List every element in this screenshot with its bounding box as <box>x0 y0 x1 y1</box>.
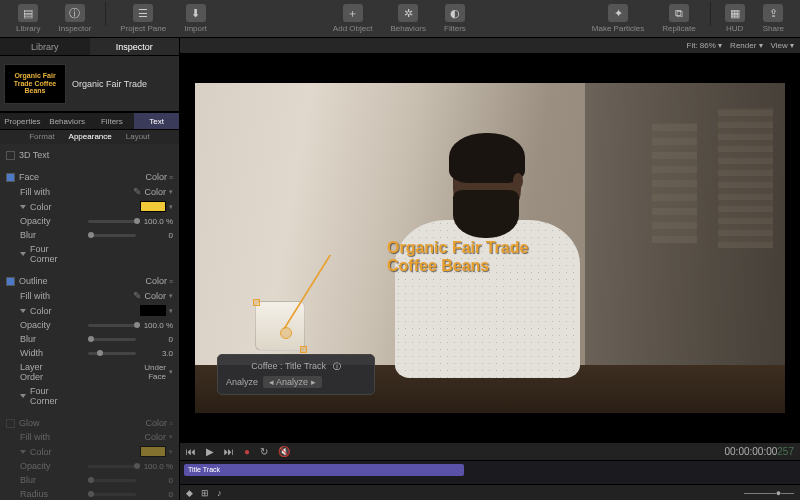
face-section: FaceColor≡ Fill with✎Color▾ Color▾ Opaci… <box>6 170 173 266</box>
inspector-button[interactable]: ⓘInspector <box>50 2 99 35</box>
face-popup[interactable]: ≡ <box>169 174 173 181</box>
outline-section: OutlineColor≡ Fill with✎Color▾ Color▾ Op… <box>6 274 173 408</box>
brush-icon[interactable]: ✎ <box>133 186 141 197</box>
tab-library[interactable]: Library <box>0 38 90 55</box>
hud-button[interactable]: ▦HUD <box>717 2 753 35</box>
go-end-button[interactable]: ⏭ <box>224 446 234 457</box>
hud-panel[interactable]: Coffee : Title Track ⓘ Analyze◂ Analyze … <box>217 354 375 395</box>
modetab-appearance[interactable]: Appearance <box>63 132 118 142</box>
face-checkbox[interactable] <box>6 173 15 182</box>
gear-icon: ✲ <box>398 4 418 22</box>
properties-panel: 3D Text FaceColor≡ Fill with✎Color▾ Colo… <box>0 144 179 500</box>
outline-color-swatch[interactable] <box>140 305 166 316</box>
zoom-slider[interactable]: ─────●── <box>744 488 794 498</box>
subtab-behaviors[interactable]: Behaviors <box>45 113 90 129</box>
go-start-button[interactable]: ⏮ <box>186 446 196 457</box>
3d-text-label: 3D Text <box>19 150 49 160</box>
modetab-format[interactable]: Format <box>23 132 60 142</box>
timing-pane-button[interactable]: ⊞ <box>201 488 209 498</box>
behaviors-button[interactable]: ✲Behaviors <box>382 2 434 35</box>
plus-icon: ＋ <box>343 4 363 22</box>
project-pane-button[interactable]: ☰Project Pane <box>112 2 174 35</box>
outline-checkbox[interactable] <box>6 277 15 286</box>
main-toolbar: ▤Library ⓘInspector ☰Project Pane ⬇Impor… <box>0 0 800 38</box>
subtab-filters[interactable]: Filters <box>90 113 135 129</box>
fillwith-popup[interactable]: ▾ <box>169 188 173 196</box>
hud-title: Coffee : Title Track ⓘ <box>226 361 366 372</box>
glow-color-swatch[interactable] <box>140 446 166 457</box>
outline-blur-slider[interactable] <box>88 338 136 341</box>
audio-pane-button[interactable]: ♪ <box>217 488 222 498</box>
viewer-panel: Fit: 86% ▾ Render ▾ View ▾ Organic Fair … <box>180 38 800 500</box>
filters-button[interactable]: ◐Filters <box>436 2 474 35</box>
timeline: ⏮ ▶ ⏭ ● ↻ 🔇 00:00:00:00257 Title Track ◆… <box>180 442 800 500</box>
make-particles-button[interactable]: ✦Make Particles <box>584 2 652 35</box>
tab-inspector[interactable]: Inspector <box>90 38 180 55</box>
view-menu[interactable]: View ▾ <box>771 41 794 50</box>
inspector-sidebar: Library Inspector Organic Fair Trade Cof… <box>0 38 180 500</box>
subtab-properties[interactable]: Properties <box>0 113 45 129</box>
library-button[interactable]: ▤Library <box>8 2 48 35</box>
timeline-track[interactable]: Title Track <box>180 461 800 484</box>
title-text-overlay[interactable]: Organic Fair Trade Coffee Beans <box>387 239 528 276</box>
replicate-icon: ⧉ <box>669 4 689 22</box>
render-menu[interactable]: Render ▾ <box>730 41 762 50</box>
video-frame: Organic Fair Trade Coffee Beans Coffee :… <box>195 83 785 413</box>
outline-width-slider[interactable] <box>88 352 136 355</box>
disclosure-icon[interactable] <box>20 205 26 209</box>
share-button[interactable]: ⇪Share <box>755 2 792 35</box>
hud-icon: ▦ <box>725 4 745 22</box>
loop-button[interactable]: ↻ <box>260 446 268 457</box>
object-thumbnail: Organic Fair Trade Coffee Beans <box>4 64 66 104</box>
project-pane-icon: ☰ <box>133 4 153 22</box>
add-object-button[interactable]: ＋Add Object <box>325 2 381 35</box>
fit-menu[interactable]: Fit: 86% ▾ <box>687 41 723 50</box>
glow-checkbox[interactable] <box>6 419 15 428</box>
mute-button[interactable]: 🔇 <box>278 446 290 457</box>
record-button[interactable]: ● <box>244 446 250 457</box>
inspector-icon: ⓘ <box>65 4 85 22</box>
canvas[interactable]: Organic Fair Trade Coffee Beans Coffee :… <box>180 54 800 442</box>
glow-section: GlowColor≡ Fill withColor▾ Color▾ Opacit… <box>6 416 173 500</box>
play-button[interactable]: ▶ <box>206 446 214 457</box>
keyframe-tool[interactable]: ◆ <box>186 488 193 498</box>
face-blur-slider[interactable] <box>88 234 136 237</box>
object-title: Organic Fair Trade <box>72 79 147 89</box>
library-icon: ▤ <box>18 4 38 22</box>
replicate-button[interactable]: ⧉Replicate <box>654 2 703 35</box>
disclosure-icon[interactable] <box>20 252 26 256</box>
import-icon: ⬇ <box>186 4 206 22</box>
share-icon: ⇪ <box>763 4 783 22</box>
3d-text-checkbox[interactable] <box>6 151 15 160</box>
brush-icon[interactable]: ✎ <box>133 290 141 301</box>
face-blur-value[interactable]: 0 <box>139 231 173 240</box>
particles-icon: ✦ <box>608 4 628 22</box>
modetab-layout[interactable]: Layout <box>120 132 156 142</box>
timecode[interactable]: 00:00:00:00257 <box>724 446 794 457</box>
filters-icon: ◐ <box>445 4 465 22</box>
outline-layer-value[interactable]: Under Face <box>132 363 166 381</box>
analyze-button[interactable]: ◂ Analyze ▸ <box>263 376 322 388</box>
timeline-clip[interactable]: Title Track <box>184 464 464 476</box>
face-opacity-slider[interactable] <box>88 220 136 223</box>
import-button[interactable]: ⬇Import <box>176 2 215 35</box>
face-color-swatch[interactable] <box>140 201 166 212</box>
subtab-text[interactable]: Text <box>134 113 179 129</box>
face-opacity-value[interactable]: 100.0 % <box>139 217 173 226</box>
outline-opacity-slider[interactable] <box>88 324 136 327</box>
